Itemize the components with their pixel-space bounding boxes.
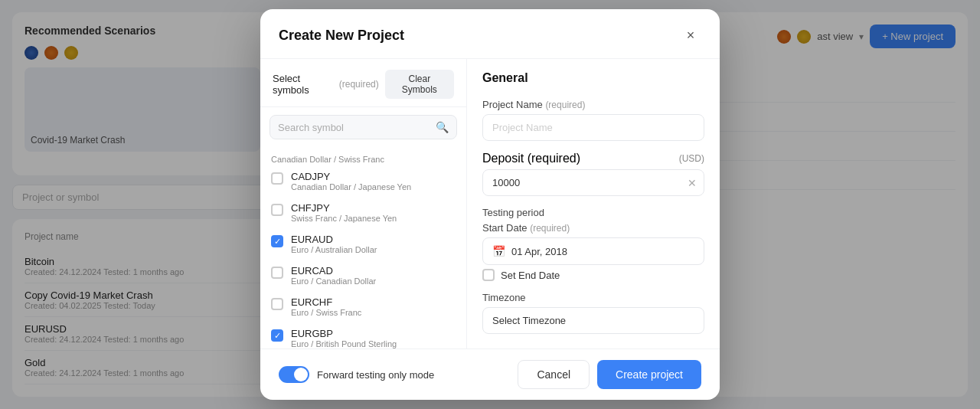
deposit-label: Deposit (required): [482, 152, 580, 165]
symbol-checkbox-chfjpy[interactable]: [271, 204, 283, 216]
create-project-button[interactable]: Create project: [597, 360, 701, 389]
cancel-button[interactable]: Cancel: [518, 360, 590, 389]
forward-testing-toggle[interactable]: [279, 366, 309, 383]
clear-deposit-icon[interactable]: ✕: [688, 177, 697, 189]
symbols-header: Select symbols (required) Clear Symbols: [260, 59, 466, 107]
deposit-unit-label: (USD): [679, 153, 704, 164]
set-end-date-label: Set End Date: [501, 270, 560, 281]
symbol-item-euraud[interactable]: EURAUD Euro / Australian Dollar: [260, 228, 466, 260]
modal-overlay: Create New Project × Select symbols (req…: [0, 0, 980, 409]
symbol-checkbox-euraud[interactable]: [271, 235, 283, 247]
search-symbol-input[interactable]: [278, 122, 431, 133]
clear-symbols-button[interactable]: Clear Symbols: [385, 70, 454, 99]
project-name-input[interactable]: [482, 114, 704, 141]
symbol-text-eurchf: EURCHF Euro / Swiss Franc: [291, 296, 361, 317]
close-icon: ×: [687, 28, 695, 44]
symbols-required-label: (required): [339, 79, 379, 90]
modal-header: Create New Project ×: [260, 9, 720, 59]
close-button[interactable]: ×: [680, 25, 701, 46]
project-name-field-group: Project Name (required): [482, 99, 704, 141]
symbols-title: Select symbols: [273, 73, 333, 96]
toggle-thumb: [294, 368, 308, 381]
modal-footer: Forward testing only mode Cancel Create …: [260, 348, 720, 400]
start-date-value: 01 Apr, 2018: [511, 246, 567, 257]
set-end-date-row: Set End Date: [482, 269, 704, 281]
symbol-checkbox-cadjpy[interactable]: [271, 172, 283, 185]
timezone-field-group: Timezone Select Timezone: [482, 292, 704, 334]
symbol-group-label: Canadian Dollar / Swiss Franc: [260, 150, 466, 165]
deposit-input[interactable]: [482, 169, 704, 196]
general-section-title: General: [482, 71, 704, 85]
symbol-item-eurchf[interactable]: EURCHF Euro / Swiss Franc: [260, 291, 466, 322]
forward-testing-label: Forward testing only mode: [317, 369, 434, 381]
search-icon: 🔍: [436, 121, 449, 133]
set-end-date-checkbox[interactable]: [482, 269, 495, 281]
footer-buttons: Cancel Create project: [518, 360, 701, 389]
symbol-list: Canadian Dollar / Swiss Franc CADJPY Can…: [260, 147, 466, 348]
symbol-text-eurgbp: EURGBP Euro / British Pound Sterling: [291, 328, 397, 348]
search-symbol-wrapper: 🔍: [270, 115, 457, 139]
calendar-icon: 📅: [492, 245, 505, 257]
symbol-text-eurcad: EURCAD Euro / Canadian Dollar: [291, 265, 376, 286]
deposit-input-wrapper: ✕: [482, 169, 704, 196]
timezone-label: Timezone: [482, 292, 704, 303]
deposit-field-group: Deposit (required) (USD) ✕: [482, 152, 704, 196]
project-name-label: Project Name (required): [482, 99, 704, 110]
deposit-label-row: Deposit (required) (USD): [482, 152, 704, 165]
symbol-checkbox-eurchf[interactable]: [271, 298, 283, 310]
testing-period-group: Testing period Start Date (required) 📅 0…: [482, 207, 704, 281]
symbol-item-eurgbp[interactable]: EURGBP Euro / British Pound Sterling: [260, 322, 466, 348]
timezone-select[interactable]: Select Timezone: [482, 307, 704, 334]
general-panel: General Project Name (required) Deposit …: [467, 59, 720, 348]
symbol-item-eurcad[interactable]: EURCAD Euro / Canadian Dollar: [260, 260, 466, 291]
modal-body: Select symbols (required) Clear Symbols …: [260, 59, 720, 348]
symbol-text-euraud: EURAUD Euro / Australian Dollar: [291, 234, 377, 254]
create-project-modal: Create New Project × Select symbols (req…: [260, 9, 720, 400]
symbol-item-chfjpy[interactable]: CHFJPY Swiss Franc / Japanese Yen: [260, 197, 466, 228]
symbol-text-cadjpy: CADJPY Canadian Dollar / Japanese Yen: [291, 171, 411, 191]
testing-period-label: Testing period: [482, 207, 704, 218]
start-date-label: Start Date (required): [482, 222, 704, 234]
symbol-item-cadjpy[interactable]: CADJPY Canadian Dollar / Japanese Yen: [260, 165, 466, 197]
start-date-input[interactable]: 📅 01 Apr, 2018: [482, 237, 704, 265]
symbol-text-chfjpy: CHFJPY Swiss Franc / Japanese Yen: [291, 202, 397, 223]
forward-testing-toggle-row: Forward testing only mode: [279, 366, 434, 383]
modal-title: Create New Project: [279, 28, 404, 44]
symbol-checkbox-eurgbp[interactable]: [271, 329, 283, 342]
symbols-panel: Select symbols (required) Clear Symbols …: [260, 59, 467, 348]
symbol-checkbox-eurcad[interactable]: [271, 267, 283, 279]
